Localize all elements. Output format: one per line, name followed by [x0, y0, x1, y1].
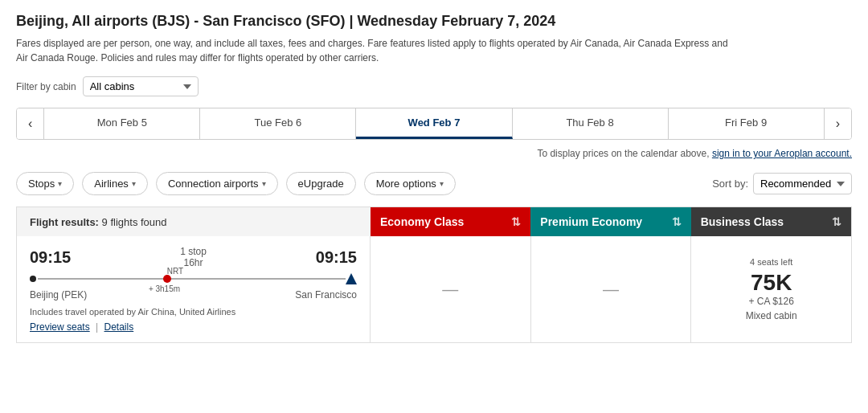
- connection-chevron-icon: ▾: [262, 179, 266, 188]
- calendar-day-tue[interactable]: Tue Feb 6: [200, 108, 356, 139]
- calendar-prev-arrow[interactable]: ‹: [17, 108, 44, 139]
- flight-times: 09:15 1 stop 16hr 09:15: [30, 246, 357, 268]
- more-options-chevron-icon: ▾: [440, 179, 444, 188]
- destination-name: San Francisco: [295, 289, 357, 304]
- aeroplan-note: To display prices on the calendar above,…: [16, 148, 852, 159]
- route-visual: NRT + 3h15m: [30, 273, 357, 284]
- sort-select[interactable]: Recommended Price Duration: [753, 173, 852, 194]
- origin-dot: [30, 276, 36, 282]
- economy-price-cell: —: [371, 236, 531, 342]
- table-row: 09:15 1 stop 16hr 09:15 NRT + 3h15m Beij…: [16, 236, 852, 343]
- premium-price-dash: —: [603, 280, 619, 299]
- preview-seats-link[interactable]: Preview seats: [30, 321, 90, 333]
- cabin-filter-row: Filter by cabin All cabins Economy Premi…: [16, 76, 852, 96]
- aeroplan-sign-in-link[interactable]: sign in to your Aeroplan account.: [712, 148, 852, 159]
- business-price-value: 75K: [751, 270, 792, 296]
- origin-name: Beijing (PEK): [30, 289, 87, 301]
- stop-info: 1 stop 16hr: [180, 246, 207, 268]
- results-header: Flight results: 9 flights found Economy …: [16, 206, 852, 236]
- destination-icon: [346, 273, 357, 284]
- more-options-button[interactable]: More options ▾: [364, 172, 456, 195]
- page-title: Beijing, All airports (BJS) - San Franci…: [16, 13, 852, 30]
- business-price-cell[interactable]: 4 seats left 75K + CA $126 Mixed cabin: [691, 236, 851, 342]
- details-link[interactable]: Details: [104, 321, 134, 333]
- depart-time: 09:15: [30, 248, 71, 267]
- economy-class-label: Economy Class: [380, 215, 464, 228]
- calendar-day-wed[interactable]: Wed Feb 7: [356, 108, 512, 139]
- mixed-cabin-label: Mixed cabin: [746, 310, 797, 321]
- calendar-day-thu[interactable]: Thu Feb 8: [513, 108, 669, 139]
- economy-price-dash: —: [442, 280, 458, 299]
- premium-economy-class-header[interactable]: Premium Economy ⇅: [530, 207, 690, 236]
- business-price-sub: + CA $126: [748, 296, 793, 307]
- premium-economy-price-cell: —: [531, 236, 692, 342]
- calendar-day-mon[interactable]: Mon Feb 5: [44, 108, 200, 139]
- filter-buttons-row: Stops ▾ Airlines ▾ Connection airports ▾…: [16, 172, 852, 195]
- arrive-time: 09:15: [316, 248, 357, 267]
- economy-class-header[interactable]: Economy Class ⇅: [371, 207, 530, 236]
- business-class-header[interactable]: Business Class ⇅: [691, 207, 851, 236]
- sort-area: Sort by: Recommended Price Duration: [712, 173, 852, 194]
- connection-airports-filter-button[interactable]: Connection airports ▾: [156, 172, 278, 195]
- calendar-next-arrow[interactable]: ›: [824, 108, 851, 139]
- stops-filter-button[interactable]: Stops ▾: [16, 172, 74, 195]
- cabin-filter-select[interactable]: All cabins Economy Premium Economy Busin…: [83, 76, 199, 96]
- route-line: NRT + 3h15m: [38, 278, 346, 280]
- flight-info: 09:15 1 stop 16hr 09:15 NRT + 3h15m Beij…: [17, 236, 371, 342]
- business-sort-icon: ⇅: [832, 215, 841, 228]
- premium-economy-class-label: Premium Economy: [540, 215, 642, 228]
- seats-left: 4 seats left: [750, 257, 792, 267]
- operated-by: Includes travel operated by Air China, U…: [30, 307, 357, 317]
- stop-layover: + 3h15m: [149, 284, 180, 293]
- airlines-chevron-icon: ▾: [132, 179, 136, 188]
- airlines-filter-button[interactable]: Airlines ▾: [82, 172, 148, 195]
- page-subtitle: Fares displayed are per person, one way,…: [16, 36, 739, 65]
- sort-label: Sort by:: [712, 178, 748, 190]
- stop-count: 1 stop: [180, 246, 207, 257]
- calendar-days: Mon Feb 5 Tue Feb 6 Wed Feb 7 Thu Feb 8 …: [44, 108, 823, 139]
- results-label: Flight results: 9 flights found: [17, 207, 371, 236]
- stops-chevron-icon: ▾: [58, 179, 62, 188]
- cabin-filter-label: Filter by cabin: [16, 81, 76, 92]
- calendar-nav: ‹ Mon Feb 5 Tue Feb 6 Wed Feb 7 Thu Feb …: [16, 108, 852, 140]
- stop-code: NRT: [167, 267, 183, 276]
- results-count: 9 flights found: [102, 216, 167, 228]
- duration: 16hr: [180, 257, 207, 268]
- calendar-day-fri[interactable]: Fri Feb 9: [669, 108, 824, 139]
- premium-sort-icon: ⇅: [672, 215, 682, 228]
- results-label-text: Flight results:: [30, 216, 99, 228]
- action-links: Preview seats | Details: [30, 321, 357, 333]
- business-class-label: Business Class: [701, 215, 784, 228]
- stop-dot: [163, 275, 171, 283]
- eupgrade-button[interactable]: eUpgrade: [286, 172, 356, 195]
- economy-sort-icon: ⇅: [511, 215, 521, 228]
